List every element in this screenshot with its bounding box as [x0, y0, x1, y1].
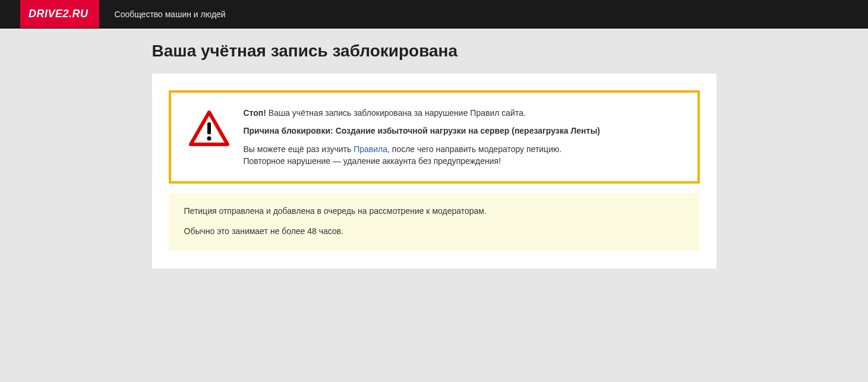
svg-point-2 [207, 137, 211, 141]
stop-text: Ваша учётная запись заблокирована за нар… [266, 108, 526, 118]
info-line-2: Обычно это занимает не более 48 часов. [184, 225, 684, 237]
rules-pre: Вы можете ещё раз изучить [244, 144, 354, 154]
page-content: Ваша учётная запись заблокирована Стоп! … [152, 29, 717, 269]
block-alert: Стоп! Ваша учётная запись заблокирована … [169, 90, 700, 184]
site-tagline: Сообщество машин и людей [99, 0, 226, 28]
alert-text: Стоп! Ваша учётная запись заблокирована … [244, 107, 683, 167]
warning-line: Повторное нарушение — удаление аккаунта … [244, 156, 501, 166]
svg-rect-1 [207, 122, 211, 134]
alert-reason-line: Причина блокировки: Создание избыточной … [244, 125, 683, 137]
page-title: Ваша учётная запись заблокирована [152, 42, 717, 61]
info-line-1: Петиция отправлена и добавлена в очередь… [184, 205, 684, 217]
warning-icon [185, 107, 229, 149]
stop-label: Стоп! [244, 108, 266, 118]
alert-rules-line: Вы можете ещё раз изучить Правила, после… [244, 143, 683, 168]
reason-label: Причина блокировки: Создание избыточной … [244, 126, 601, 135]
rules-link[interactable]: Правила [353, 144, 387, 154]
site-header: DRIVE2.RU Сообщество машин и людей [0, 0, 868, 29]
content-card: Стоп! Ваша учётная запись заблокирована … [152, 74, 717, 269]
petition-info: Петиция отправлена и добавлена в очередь… [169, 193, 700, 251]
alert-stop-line: Стоп! Ваша учётная запись заблокирована … [244, 107, 683, 119]
site-logo[interactable]: DRIVE2.RU [20, 0, 99, 28]
rules-post: , после чего направить модератору петици… [387, 144, 561, 154]
